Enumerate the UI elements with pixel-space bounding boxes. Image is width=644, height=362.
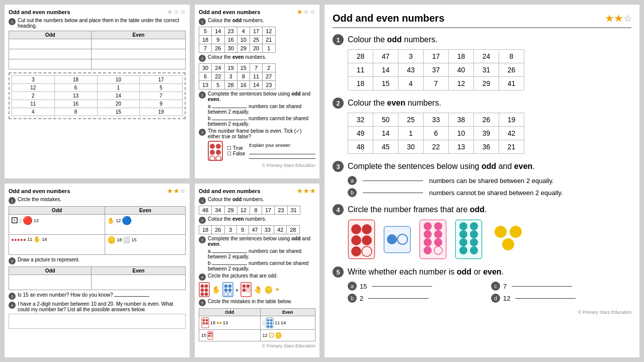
s5-a-blank [372,286,432,287]
ws-title-text-bm: Odd and even numbers [199,188,260,194]
svg-point-11 [205,289,208,292]
svg-point-58 [434,222,442,230]
true-option: ☐ True [227,145,245,151]
q3-text: Is 15 an even number? How do you know? [18,292,149,298]
bm-odd-grid: 483429128172331 [199,206,300,215]
svg-point-75 [470,246,478,254]
s3-a-text: numbers can be shared between 2 equally. [429,177,554,185]
s1-num: 1 [333,34,344,45]
svg-point-68 [459,222,467,230]
s3-a-blank [363,180,423,181]
ws-title-top-middle: Odd and even numbers ★ ☆ ☆ [199,9,315,16]
s3-header: 3 Complete the sentences below using odd… [333,161,631,172]
s5-c-num: 7 [503,283,507,290]
star-2: ☆ [174,9,179,16]
frame-red-5 [348,219,375,259]
cut-numbers-area: 3181017 12615 213147 1116209 481519 [9,72,186,119]
frame-icon-1 [199,282,210,297]
star-filled-2: ★ [174,188,179,195]
q1-tm-text: Colour the odd numbers. [208,18,264,23]
q2b-text: Complete the sentences below using odd a… [208,91,315,102]
q1-bottom-left: 1 Circle the mistakes. [9,197,186,204]
svg-point-16 [228,285,232,288]
q4-bm-text: Circle the pictures that are odd. [208,273,278,279]
q1-top-middle: 1 Colour the odd numbers. [199,18,315,25]
svg-point-15 [224,285,228,288]
small-frame-3 [207,331,213,340]
svg-point-22 [243,285,246,288]
s3-b: b numbers cannot be shared between 2 equ… [348,188,631,197]
odd-header: Odd [9,31,92,39]
svg-point-28 [206,319,208,322]
section-5: 5 Write whether each number is odd or ev… [333,266,631,303]
main-copyright: © Primary Stars Education [333,310,631,315]
section-1: 1 Colour the odd numbers. 284731718248 1… [333,34,631,90]
q2-bottom-left: 2 Draw a picture to represent. [9,257,186,264]
s3-num: 3 [333,161,344,172]
worksheet-bottom-left: Odd and even numbers ★ ★ ☆ 1 Circle the … [4,183,190,358]
s5-c-label: c [491,282,500,291]
svg-point-59 [424,230,432,238]
svg-point-29 [203,322,205,325]
s4-header: 4 Circle the number frames that are odd. [333,204,631,215]
explain-area: Explain your answer: [249,143,315,159]
s3-a-label: a [348,176,357,185]
dot-icon: ● [235,287,238,293]
stars-top-middle: ★ ☆ ☆ [297,9,315,16]
svg-point-53 [387,234,397,244]
false-option: ☐ False [227,151,245,156]
s5-a: a 15 [348,282,488,291]
svg-point-9 [205,285,208,288]
svg-point-23 [247,285,250,288]
svg-point-77 [510,226,522,238]
q2-tm-text: Colour the even numbers. [208,54,266,60]
s2-num: 2 [333,98,344,109]
q2-top-middle: 2 Colour the even numbers. [199,54,315,62]
svg-point-61 [424,238,432,246]
tm-even-grid: 3024191572 622381127 13528161423 [199,63,276,89]
svg-point-2 [216,144,221,149]
s5-a-label: a [348,282,357,291]
s1-header: 1 Colour the odd numbers. [333,34,631,45]
svg-point-34 [267,322,270,325]
tm-odd-grid: 5142341712 18916102521 7263029201 [199,27,276,53]
stars-top-left: ★ ☆ ☆ [167,9,186,16]
section-2: 2 Colour the even numbers. 3250253338261… [333,98,631,154]
frame-svg-small [208,141,223,161]
coin-icon: 🪙 [264,286,273,294]
small-frame-2 [266,317,274,328]
svg-point-72 [459,238,467,246]
star-empty-1: ☆ [180,188,186,195]
svg-point-10 [201,289,204,292]
svg-point-41 [208,335,210,337]
stars-bottom-left: ★ ★ ☆ [167,188,186,195]
middle-column: Odd and even numbers ★ ☆ ☆ 1 Colour the … [194,4,320,358]
svg-point-13 [205,293,208,296]
ws-title-text: Odd and even numbers [9,9,70,15]
s5-b-label: b [348,294,357,303]
svg-point-37 [270,325,273,328]
svg-point-60 [434,230,442,238]
bl-draw-odd: Odd [9,267,92,275]
svg-point-48 [362,235,372,245]
copyright-bm: © Primary Stars Education [199,343,315,348]
svg-point-12 [201,293,204,296]
s5-b-num: 2 [360,295,363,302]
main-star-3: ☆ [623,13,631,24]
svg-point-32 [267,319,270,322]
q4-answer-box [9,314,186,329]
svg-point-74 [459,246,467,254]
sent-a: a numbers can be shared between 2 equall… [208,104,315,115]
main-worksheet: Odd and even numbers ★ ★ ☆ 1 Colour the … [324,4,640,358]
bm-even-grid: 18263947334228 [199,225,300,234]
small-frame-1 [201,317,209,328]
ws-title-top-left: Odd and even numbers ★ ☆ ☆ [9,9,186,16]
bm-sent-b: b numbers cannot be shared between 2 equ… [208,260,315,272]
s4-frames [348,219,631,259]
svg-point-35 [270,322,273,325]
bm-star-1: ★ [297,188,302,195]
s4-label: Circle the number frames that are odd. [348,205,487,214]
svg-point-42 [210,335,212,337]
s3-label: Complete the sentences below using odd a… [348,162,535,171]
q2-bm-text: Colour the even numbers. [208,216,266,222]
